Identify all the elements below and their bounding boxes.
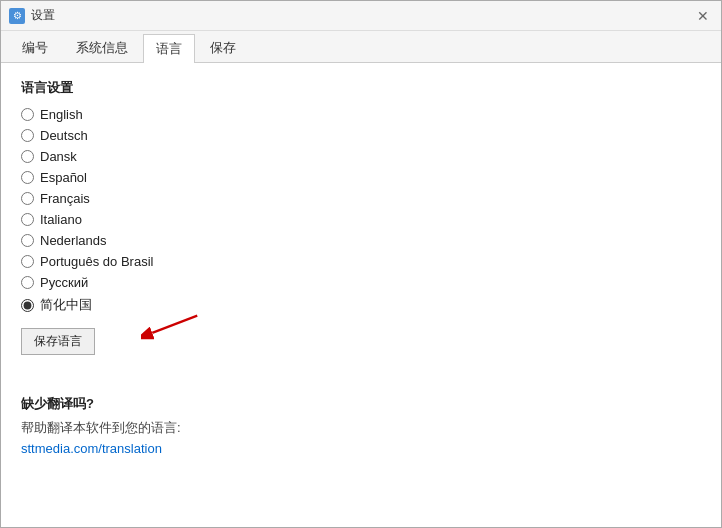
tab-bar: 编号 系统信息 语言 保存 bbox=[1, 31, 721, 63]
radio-item-es[interactable]: Español bbox=[21, 170, 701, 185]
close-button[interactable]: ✕ bbox=[693, 6, 713, 26]
title-bar-left: ⚙ 设置 bbox=[9, 7, 55, 24]
content-area: 语言设置 EnglishDeutschDanskEspañolFrançaisI… bbox=[1, 63, 721, 527]
tab-account[interactable]: 编号 bbox=[9, 33, 61, 62]
tab-language[interactable]: 语言 bbox=[143, 34, 195, 63]
missing-translation-title: 缺少翻译吗? bbox=[21, 395, 701, 413]
radio-input-es[interactable] bbox=[21, 171, 34, 184]
radio-label-da: Dansk bbox=[40, 149, 77, 164]
tab-save[interactable]: 保存 bbox=[197, 33, 249, 62]
red-arrow-icon bbox=[141, 310, 201, 340]
radio-input-en[interactable] bbox=[21, 108, 34, 121]
radio-input-ru[interactable] bbox=[21, 276, 34, 289]
radio-item-da[interactable]: Dansk bbox=[21, 149, 701, 164]
app-icon: ⚙ bbox=[9, 8, 25, 24]
save-language-button[interactable]: 保存语言 bbox=[21, 328, 95, 355]
radio-input-pt[interactable] bbox=[21, 255, 34, 268]
language-radio-group: EnglishDeutschDanskEspañolFrançaisItalia… bbox=[21, 107, 701, 314]
radio-input-it[interactable] bbox=[21, 213, 34, 226]
radio-item-zh[interactable]: 简化中国 bbox=[21, 296, 701, 314]
radio-label-ru: Русский bbox=[40, 275, 88, 290]
svg-line-1 bbox=[152, 316, 197, 333]
radio-item-ru[interactable]: Русский bbox=[21, 275, 701, 290]
radio-label-it: Italiano bbox=[40, 212, 82, 227]
radio-item-fr[interactable]: Français bbox=[21, 191, 701, 206]
tab-system[interactable]: 系统信息 bbox=[63, 33, 141, 62]
settings-window: ⚙ 设置 ✕ 编号 系统信息 语言 保存 语言设置 EnglishDeutsch… bbox=[0, 0, 722, 528]
radio-label-pt: Português do Brasil bbox=[40, 254, 153, 269]
title-bar: ⚙ 设置 ✕ bbox=[1, 1, 721, 31]
radio-label-zh: 简化中国 bbox=[40, 296, 92, 314]
window-title: 设置 bbox=[31, 7, 55, 24]
radio-input-da[interactable] bbox=[21, 150, 34, 163]
radio-item-nl[interactable]: Nederlands bbox=[21, 233, 701, 248]
radio-label-en: English bbox=[40, 107, 83, 122]
radio-input-fr[interactable] bbox=[21, 192, 34, 205]
radio-item-en[interactable]: English bbox=[21, 107, 701, 122]
radio-input-nl[interactable] bbox=[21, 234, 34, 247]
radio-label-nl: Nederlands bbox=[40, 233, 107, 248]
translation-link[interactable]: sttmedia.com/translation bbox=[21, 441, 162, 456]
radio-item-it[interactable]: Italiano bbox=[21, 212, 701, 227]
language-section-title: 语言设置 bbox=[21, 79, 701, 97]
radio-item-pt[interactable]: Português do Brasil bbox=[21, 254, 701, 269]
radio-item-de[interactable]: Deutsch bbox=[21, 128, 701, 143]
missing-translation-desc: 帮助翻译本软件到您的语言: bbox=[21, 419, 701, 437]
radio-label-fr: Français bbox=[40, 191, 90, 206]
radio-input-de[interactable] bbox=[21, 129, 34, 142]
radio-input-zh[interactable] bbox=[21, 299, 34, 312]
radio-label-de: Deutsch bbox=[40, 128, 88, 143]
radio-label-es: Español bbox=[40, 170, 87, 185]
